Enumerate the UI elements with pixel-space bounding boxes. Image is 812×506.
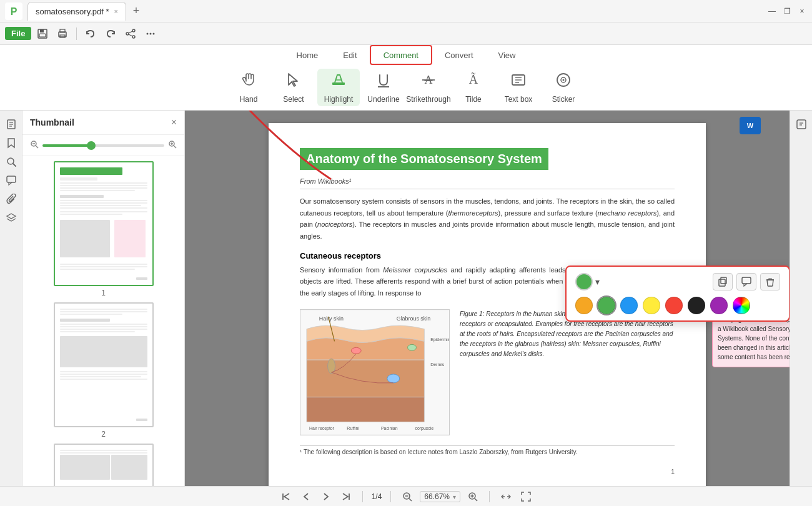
- sidebar-icon-bookmark[interactable]: [2, 134, 20, 152]
- thumbnail-page-1[interactable]: 1: [27, 161, 179, 297]
- last-page-btn[interactable]: [339, 489, 354, 504]
- color-swatch-group[interactable]: ▾: [575, 273, 600, 290]
- zoom-in-btn[interactable]: [465, 489, 480, 504]
- prev-page-btn[interactable]: [299, 489, 314, 504]
- fit-width-btn[interactable]: [498, 489, 513, 504]
- copy-action-btn[interactable]: [713, 273, 733, 290]
- zoom-slider[interactable]: [42, 144, 164, 147]
- svg-rect-60: [60, 266, 147, 267]
- hand-tool-btn[interactable]: Hand: [227, 69, 270, 106]
- tab-edit[interactable]: Edit: [330, 45, 369, 65]
- svg-line-37: [36, 146, 38, 148]
- svg-rect-69: [60, 326, 147, 327]
- color-picker-top: ▾: [575, 273, 780, 290]
- share-btn[interactable]: [122, 25, 139, 42]
- sidebar-icon-layers[interactable]: [2, 209, 20, 227]
- zoom-value[interactable]: 66.67% ▾: [420, 491, 460, 502]
- redo-btn[interactable]: [102, 25, 119, 42]
- thumbnail-page-2[interactable]: 2: [27, 302, 179, 439]
- new-tab-btn[interactable]: +: [129, 4, 144, 19]
- dropdown-arrow[interactable]: ▾: [595, 277, 600, 287]
- sticker-tool-btn[interactable]: Sticker: [542, 69, 585, 106]
- main-color-swatch[interactable]: [575, 273, 593, 290]
- pdf-para-1: Our somatosensory system consists of sen…: [300, 196, 675, 242]
- sidebar-icon-pages[interactable]: [2, 116, 20, 133]
- swatch-rainbow[interactable]: [733, 297, 750, 314]
- sidebar-icon-comment[interactable]: [2, 172, 20, 189]
- tilde-tool-label: Tilde: [465, 95, 482, 104]
- color-picker-popup: ▾: [565, 265, 790, 322]
- select-icon: [285, 71, 302, 92]
- svg-text:Glabrous skin: Glabrous skin: [397, 315, 430, 322]
- nav-tabs: Home Edit Comment Convert View: [0, 45, 812, 65]
- svg-text:Dermis: Dermis: [430, 362, 444, 367]
- more-btn[interactable]: [142, 25, 159, 42]
- zoom-out-icon[interactable]: [30, 140, 39, 151]
- restore-btn[interactable]: ❐: [782, 6, 792, 16]
- svg-rect-56: [60, 214, 122, 215]
- undo-btn[interactable]: [82, 25, 99, 42]
- strikethrough-tool-label: Strikethrough: [406, 95, 450, 104]
- svg-point-91: [408, 344, 417, 350]
- svg-line-40: [174, 146, 176, 148]
- thumbnail-list: 1: [22, 156, 184, 486]
- separator-2: [390, 491, 391, 502]
- minimize-btn[interactable]: —: [767, 6, 777, 16]
- tab-convert[interactable]: Convert: [432, 45, 486, 65]
- svg-rect-74: [60, 374, 147, 375]
- strikethrough-tool-btn[interactable]: A Strikethrough: [407, 69, 450, 106]
- textbox-icon: [510, 71, 527, 92]
- next-page-btn[interactable]: [319, 489, 334, 504]
- thumbnail-page-2-label: 2: [101, 430, 106, 439]
- svg-rect-68: [60, 324, 147, 325]
- select-tool-btn[interactable]: Select: [272, 69, 315, 106]
- thumbnail-close-btn[interactable]: ×: [171, 117, 177, 128]
- swatch-black[interactable]: [688, 297, 705, 314]
- tab-comment[interactable]: Comment: [370, 45, 432, 65]
- swatch-yellow[interactable]: [643, 297, 660, 314]
- svg-rect-7: [60, 35, 65, 37]
- sidebar-icon-search[interactable]: [2, 153, 20, 171]
- zoom-out-btn[interactable]: [400, 489, 415, 504]
- tab-home[interactable]: Home: [284, 45, 331, 65]
- sidebar-icon-attachment[interactable]: [2, 191, 20, 208]
- highlight-icon: [330, 71, 347, 92]
- underline-tool-btn[interactable]: Underline: [362, 69, 405, 106]
- textbox-tool-btn[interactable]: Text box: [497, 69, 540, 106]
- swatch-purple[interactable]: [710, 297, 728, 314]
- thumbnail-page-3[interactable]: 3: [27, 444, 179, 486]
- svg-rect-98: [719, 279, 725, 286]
- highlight-tool-btn[interactable]: Highlight: [317, 69, 360, 106]
- svg-rect-45: [60, 177, 97, 181]
- swatch-green[interactable]: [598, 297, 615, 314]
- tab-view[interactable]: View: [486, 45, 528, 65]
- delete-action-btn[interactable]: [760, 273, 780, 290]
- tab-close-btn[interactable]: ×: [114, 7, 118, 15]
- comment-action-btn[interactable]: [736, 273, 756, 290]
- fullscreen-btn[interactable]: [518, 489, 533, 504]
- tilde-tool-btn[interactable]: Ã Tilde: [452, 69, 495, 106]
- word-export-btn[interactable]: W: [740, 117, 761, 134]
- strikethrough-icon: A: [420, 71, 437, 92]
- svg-rect-81: [60, 455, 110, 480]
- svg-rect-75: [60, 376, 141, 377]
- swatch-red[interactable]: [665, 297, 683, 314]
- close-win-btn[interactable]: ×: [797, 6, 807, 16]
- pdf-content-area[interactable]: W Anatomy of the Somatosensory System Fr…: [185, 111, 790, 486]
- swatch-orange[interactable]: [575, 297, 593, 314]
- active-tab[interactable]: somatosensory.pdf * ×: [27, 2, 126, 21]
- svg-rect-67: [60, 319, 110, 322]
- thumbnail-img-2: [54, 302, 154, 427]
- zoom-in-icon[interactable]: [168, 140, 177, 151]
- right-sidebar-icon-1[interactable]: [793, 116, 810, 133]
- tab-filename: somatosensory.pdf *: [36, 7, 109, 16]
- first-page-btn[interactable]: [279, 489, 294, 504]
- pdf-footnote: ¹ The following description is based on …: [300, 445, 675, 455]
- svg-rect-59: [60, 264, 147, 265]
- save-btn[interactable]: [34, 25, 51, 42]
- print-btn[interactable]: [54, 25, 71, 42]
- svg-rect-16: [332, 82, 345, 85]
- swatch-blue[interactable]: [620, 297, 638, 314]
- file-menu-btn[interactable]: File: [5, 27, 31, 40]
- svg-rect-62: [136, 277, 147, 280]
